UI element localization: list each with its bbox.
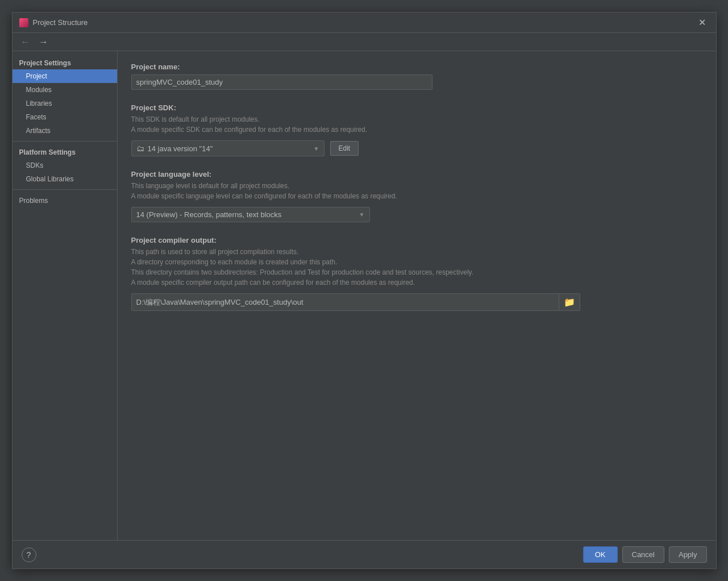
- close-button[interactable]: ✕: [695, 16, 709, 29]
- sidebar-item-libraries[interactable]: Libraries: [13, 97, 117, 110]
- compiler-output-label: Project compiler output:: [131, 236, 702, 244]
- sidebar: Project Settings Project Modules Librari…: [13, 51, 118, 540]
- project-language-label: Project language level:: [131, 170, 702, 179]
- cancel-button[interactable]: Cancel: [622, 546, 664, 563]
- project-structure-dialog: Project Structure ✕ ← → Project Settings…: [12, 12, 717, 569]
- compiler-output-folder-button[interactable]: 📁: [559, 294, 580, 310]
- sdk-dropdown[interactable]: 🗂 14 java version "14" ▼: [131, 140, 325, 156]
- sidebar-item-artifacts[interactable]: Artifacts: [13, 124, 117, 138]
- language-level-arrow-icon: ▼: [359, 211, 365, 218]
- project-sdk-section: Project SDK: This SDK is default for all…: [131, 103, 702, 156]
- sdk-edit-button[interactable]: Edit: [330, 141, 359, 156]
- compiler-output-section: Project compiler output: This path is us…: [131, 236, 702, 311]
- ok-button[interactable]: OK: [583, 546, 618, 563]
- title-bar-left: Project Structure: [19, 18, 88, 27]
- compiler-output-input[interactable]: [132, 295, 559, 309]
- help-button[interactable]: ?: [22, 547, 36, 562]
- project-language-section: Project language level: This language le…: [131, 170, 702, 222]
- title-bar: Project Structure ✕: [13, 13, 716, 33]
- sdk-dropdown-arrow-icon: ▼: [314, 146, 319, 152]
- intellij-icon: [19, 18, 28, 27]
- sidebar-divider: [13, 141, 117, 142]
- platform-settings-section-label: Platform Settings: [13, 145, 117, 159]
- nav-bar: ← →: [13, 33, 716, 51]
- sidebar-item-problems[interactable]: Problems: [13, 193, 117, 208]
- project-language-desc: This language level is default for all p…: [131, 181, 702, 201]
- dialog-title: Project Structure: [33, 18, 88, 27]
- project-sdk-label: Project SDK:: [131, 103, 702, 112]
- project-sdk-desc: This SDK is default for all project modu…: [131, 114, 702, 135]
- content-area: Project name: Project SDK: This SDK is d…: [118, 51, 716, 540]
- sidebar-item-project[interactable]: Project: [13, 69, 117, 83]
- project-name-section: Project name:: [131, 63, 702, 90]
- sdk-folder-icon: 🗂: [136, 144, 144, 153]
- main-content: Project Settings Project Modules Librari…: [13, 51, 716, 540]
- compiler-output-desc: This path is used to store all project c…: [131, 247, 702, 288]
- project-name-input[interactable]: [131, 74, 432, 90]
- bottom-bar: ? OK Cancel Apply: [13, 540, 716, 568]
- sdk-row: 🗂 14 java version "14" ▼ Edit: [131, 140, 702, 156]
- back-button[interactable]: ←: [18, 36, 33, 48]
- bottom-right-buttons: OK Cancel Apply: [583, 546, 707, 563]
- sidebar-item-global-libraries[interactable]: Global Libraries: [13, 172, 117, 186]
- forward-button[interactable]: →: [36, 36, 51, 48]
- sidebar-divider-2: [13, 189, 117, 190]
- sdk-dropdown-text: 14 java version "14": [148, 144, 310, 153]
- apply-button[interactable]: Apply: [669, 546, 707, 563]
- language-level-text: 14 (Preview) - Records, patterns, text b…: [136, 210, 359, 219]
- project-name-label: Project name:: [131, 63, 702, 71]
- sidebar-item-sdks[interactable]: SDKs: [13, 159, 117, 172]
- compiler-output-row: 📁: [131, 293, 580, 311]
- sidebar-item-facets[interactable]: Facets: [13, 110, 117, 124]
- sidebar-item-modules[interactable]: Modules: [13, 83, 117, 97]
- project-settings-section-label: Project Settings: [13, 56, 117, 69]
- language-level-dropdown[interactable]: 14 (Preview) - Records, patterns, text b…: [131, 207, 370, 222]
